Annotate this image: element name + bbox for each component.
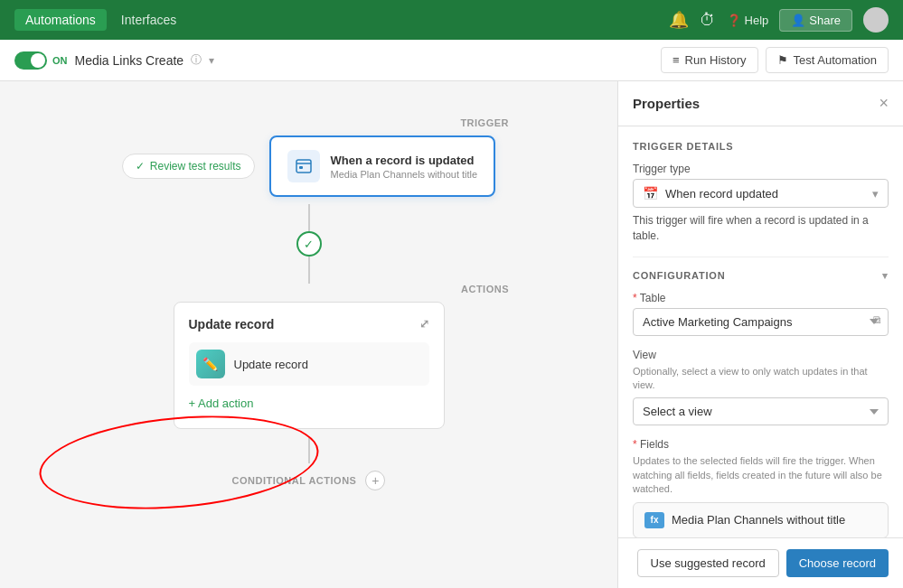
fields-label: Fields <box>633 438 889 451</box>
check-icon: ✓ <box>136 160 145 173</box>
table-label: Table <box>633 292 889 304</box>
sub-toolbar: ON Media Links Create ⓘ ▾ ≡ Run History … <box>0 40 903 81</box>
view-select[interactable]: Select a view <box>633 397 889 425</box>
review-test-label: Review test results <box>150 160 241 173</box>
flow-container: TRIGGER ✓ Review test results <box>0 81 617 588</box>
nav-right: 🔔 ⏱ ❓ Help 👤 Share <box>669 7 889 33</box>
action-card: Update record ⤢ ✏️ Update record + Add a… <box>174 302 445 429</box>
add-conditional-button[interactable]: + <box>365 471 385 490</box>
interfaces-tab[interactable]: Interfaces <box>121 13 176 27</box>
action-item-icon: ✏️ <box>196 350 225 378</box>
table-select[interactable]: Active Marketing Campaigns <box>633 308 889 336</box>
chevron-down-icon[interactable]: ▾ <box>209 54 214 67</box>
action-item[interactable]: ✏️ Update record <box>189 342 429 386</box>
config-collapse-icon[interactable]: ▾ <box>882 270 889 282</box>
field-item: fx Media Plan Channels without title <box>644 512 877 528</box>
share-button[interactable]: 👤 Share <box>779 9 852 32</box>
toggle-track[interactable] <box>14 51 47 70</box>
nav-left: Automations Interfaces <box>14 9 176 31</box>
configuration-heading: CONFIGURATION ▾ <box>633 270 889 281</box>
toggle-switch[interactable]: ON <box>14 51 68 70</box>
run-history-label: Run History <box>685 53 747 67</box>
actions-section: ACTIONS Update record ⤢ ✏️ Update record… <box>18 284 599 429</box>
fields-description: Updates to the selected fields will fire… <box>633 454 889 496</box>
use-suggested-record-button[interactable]: Use suggested record <box>637 549 779 577</box>
calendar-icon: 📅 <box>643 186 658 201</box>
dropdown-arrow: ▾ <box>872 187 879 201</box>
notification-icon[interactable]: 🔔 <box>669 10 689 30</box>
divider-1 <box>633 257 889 257</box>
trigger-label: TRIGGER <box>460 117 509 128</box>
properties-panel: Properties × TRIGGER DETAILS Trigger typ… <box>617 81 903 588</box>
automations-tab[interactable]: Automations <box>14 9 107 31</box>
history-icon[interactable]: ⏱ <box>700 11 716 30</box>
conditional-actions-label: CONDITIONAL ACTIONS <box>232 475 357 486</box>
trigger-details-heading: TRIGGER DETAILS <box>633 141 889 152</box>
action-card-header: Update record ⤢ <box>189 317 429 331</box>
trigger-type-field: Trigger type 📅 When record updated ▾ Thi… <box>633 163 889 244</box>
step-circle: ✓ <box>296 231 322 257</box>
info-icon[interactable]: ⓘ <box>191 52 202 68</box>
run-history-icon: ≡ <box>673 53 680 67</box>
add-action-button[interactable]: + Add action <box>189 393 429 414</box>
svg-rect-2 <box>299 166 303 169</box>
panel-title: Properties <box>633 96 700 111</box>
trigger-card-icon <box>287 150 320 182</box>
choose-record-button[interactable]: Choose record <box>786 549 889 577</box>
trigger-card[interactable]: When a record is updated Media Plan Chan… <box>269 135 496 197</box>
fields-field: Fields Updates to the selected fields wi… <box>633 438 889 537</box>
run-history-button[interactable]: ≡ Run History <box>661 47 758 73</box>
expand-icon[interactable]: ⤢ <box>419 317 429 331</box>
panel-footer: Use suggested record Choose record <box>618 537 903 588</box>
help-icon: ❓ <box>727 14 741 27</box>
connector-line-3 <box>308 436 310 463</box>
trigger-type-value: When record updated <box>665 187 778 201</box>
field-item-label: Media Plan Channels without title <box>672 513 845 527</box>
connector-line <box>308 204 310 231</box>
trigger-card-subtitle: Media Plan Channels without title <box>331 169 478 180</box>
view-description: Optionally, select a view to only watch … <box>633 365 889 393</box>
share-label: Share <box>809 14 841 27</box>
connector-line-2 <box>308 257 310 284</box>
test-automation-label: Test Automation <box>794 53 878 67</box>
view-field: View Optionally, select a view to only w… <box>633 349 889 426</box>
fx-icon: fx <box>644 512 664 528</box>
close-button[interactable]: × <box>879 94 889 113</box>
trigger-section: TRIGGER ✓ Review test results <box>18 117 599 197</box>
trigger-card-title: When a record is updated <box>331 154 478 167</box>
top-nav: Automations Interfaces 🔔 ⏱ ❓ Help 👤 Shar… <box>0 0 903 40</box>
review-test-badge[interactable]: ✓ Review test results <box>122 154 255 179</box>
share-icon: 👤 <box>791 14 805 27</box>
toolbar-left: ON Media Links Create ⓘ ▾ <box>14 51 214 70</box>
trigger-card-text: When a record is updated Media Plan Chan… <box>331 154 478 180</box>
trigger-type-label: Trigger type <box>633 163 889 175</box>
panel-body: TRIGGER DETAILS Trigger type 📅 When reco… <box>618 126 903 537</box>
panel-header: Properties × <box>618 81 903 126</box>
main-layout: TRIGGER ✓ Review test results <box>0 81 903 588</box>
test-icon: ⚑ <box>777 53 788 67</box>
fields-box: fx Media Plan Channels without title <box>633 502 889 537</box>
help-button[interactable]: ❓ Help <box>727 14 769 27</box>
avatar[interactable] <box>863 7 889 33</box>
trigger-info: This trigger will fire when a record is … <box>633 213 889 244</box>
trigger-row: ✓ Review test results When a rec <box>18 135 599 197</box>
table-field-wrapper: ⧉ Active Marketing Campaigns <box>633 308 889 336</box>
trigger-type-select[interactable]: 📅 When record updated ▾ <box>633 179 889 208</box>
toolbar-right: ≡ Run History ⚑ Test Automation <box>661 47 889 73</box>
configuration-heading-text: CONFIGURATION <box>633 270 725 281</box>
help-label: Help <box>745 14 769 27</box>
action-card-title: Update record <box>189 317 275 331</box>
toggle-label: ON <box>52 55 68 66</box>
svg-rect-0 <box>296 160 311 173</box>
canvas-area: TRIGGER ✓ Review test results <box>0 81 617 588</box>
actions-label: ACTIONS <box>461 284 509 294</box>
automation-title: Media Links Create <box>75 53 184 68</box>
table-field: Table ⧉ Active Marketing Campaigns <box>633 292 889 336</box>
test-automation-button[interactable]: ⚑ Test Automation <box>766 47 889 73</box>
view-label: View <box>633 349 889 361</box>
conditional-actions-section: CONDITIONAL ACTIONS + <box>18 471 599 490</box>
action-item-label: Update record <box>234 358 308 371</box>
